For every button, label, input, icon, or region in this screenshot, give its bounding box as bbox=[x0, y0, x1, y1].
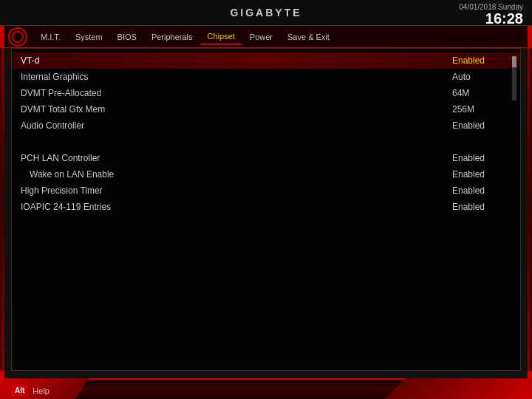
setting-name-dvmt-total: DVMT Total Gfx Mem bbox=[21, 104, 452, 115]
side-glow-right bbox=[526, 48, 532, 371]
setting-value-dvmt-total: 256M bbox=[452, 104, 511, 115]
main-content-panel: VT-d Enabled Internal Graphics Auto DVMT… bbox=[11, 48, 521, 371]
brand-title: GIGABYTE bbox=[230, 7, 301, 18]
setting-value-ioapic: Enabled bbox=[452, 202, 511, 212]
setting-row-internal-graphics[interactable]: Internal Graphics Auto bbox=[12, 69, 520, 85]
setting-value-audio: Enabled bbox=[452, 120, 511, 131]
nav-power[interactable]: Power bbox=[242, 30, 280, 44]
help-label: Help bbox=[33, 386, 50, 395]
setting-value-pch-lan: Enabled bbox=[452, 153, 511, 163]
setting-value-wake-on-lan: Enabled bbox=[452, 169, 511, 180]
setting-spacer-1 bbox=[12, 134, 520, 150]
scroll-indicator bbox=[512, 56, 516, 100]
setting-name-wake-on-lan: Wake on LAN Enable bbox=[21, 169, 452, 180]
setting-name-pch-lan: PCH LAN Controller bbox=[21, 153, 452, 163]
setting-value-internal-graphics: Auto bbox=[452, 72, 511, 82]
setting-value-hpet: Enabled bbox=[452, 185, 511, 196]
datetime-display: 04/01/2018 Sunday 16:28 bbox=[459, 3, 523, 26]
setting-name-vtd: VT-d bbox=[21, 55, 452, 66]
setting-name-dvmt-pre: DVMT Pre-Allocated bbox=[21, 88, 452, 98]
setting-row-hpet[interactable]: High Precision Timer Enabled bbox=[12, 183, 520, 199]
setting-name-internal-graphics: Internal Graphics bbox=[21, 72, 452, 82]
nav-peripherals[interactable]: Peripherals bbox=[144, 30, 200, 44]
alt-key-badge: Alt bbox=[11, 385, 28, 396]
setting-row-dvmt-pre[interactable]: DVMT Pre-Allocated 64M bbox=[12, 85, 520, 101]
nav-system[interactable]: System bbox=[68, 30, 110, 44]
nav-bios[interactable]: BIOS bbox=[110, 30, 144, 44]
time-display: 16:28 bbox=[459, 11, 523, 26]
nav-save-exit[interactable]: Save & Exit bbox=[280, 30, 337, 44]
help-bar: Alt Help bbox=[11, 385, 50, 396]
settings-table: VT-d Enabled Internal Graphics Auto DVMT… bbox=[12, 49, 520, 219]
setting-row-wake-on-lan[interactable]: Wake on LAN Enable Enabled bbox=[12, 166, 520, 183]
nav-mit[interactable]: M.I.T. bbox=[33, 30, 68, 44]
setting-row-ioapic[interactable]: IOAPIC 24-119 Entries Enabled bbox=[12, 199, 520, 215]
bottom-bar bbox=[0, 378, 532, 399]
setting-row-audio[interactable]: Audio Controller Enabled bbox=[12, 117, 520, 134]
setting-row-dvmt-total[interactable]: DVMT Total Gfx Mem 256M bbox=[12, 101, 520, 117]
setting-row-pch-lan[interactable]: PCH LAN Controller Enabled bbox=[12, 150, 520, 166]
scroll-thumb bbox=[512, 56, 516, 67]
nav-chipset[interactable]: Chipset bbox=[200, 29, 242, 45]
setting-value-vtd: Enabled bbox=[452, 55, 511, 66]
setting-name-hpet: High Precision Timer bbox=[21, 185, 452, 196]
logo bbox=[8, 27, 27, 47]
setting-name-audio: Audio Controller bbox=[21, 120, 452, 131]
setting-value-dvmt-pre: 64M bbox=[452, 88, 511, 98]
setting-name-ioapic: IOAPIC 24-119 Entries bbox=[21, 202, 452, 212]
navigation-bar: M.I.T. System BIOS Peripherals Chipset P… bbox=[4, 26, 528, 48]
setting-row-vtd[interactable]: VT-d Enabled bbox=[12, 52, 520, 69]
header: GIGABYTE 04/01/2018 Sunday 16:28 bbox=[0, 0, 532, 26]
side-glow-left bbox=[0, 48, 6, 371]
